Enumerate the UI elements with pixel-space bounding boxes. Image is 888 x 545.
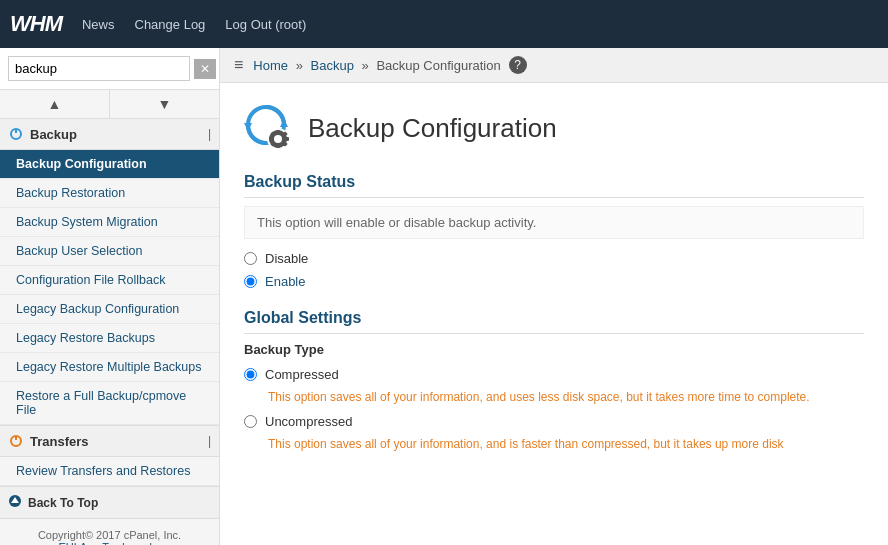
backup-status-enable: Enable — [244, 274, 864, 289]
backup-status-enable-radio[interactable] — [244, 275, 257, 288]
power-icon — [8, 126, 24, 142]
nav-arrows: ▲ ▼ — [0, 90, 219, 119]
backup-status-disable: Disable — [244, 251, 864, 266]
nav-news[interactable]: News — [82, 17, 115, 32]
sidebar-transfers-toggle[interactable]: | — [208, 434, 211, 448]
backup-type-compressed-label: Compressed — [265, 367, 339, 382]
sidebar-item-restore-full-backup[interactable]: Restore a Full Backup/cpmove File — [0, 382, 219, 425]
backup-type-compressed: Compressed — [244, 367, 864, 382]
backup-type-uncompressed-label: Uncompressed — [265, 414, 352, 429]
page-title-row: Backup Configuration — [244, 103, 864, 153]
backup-type-uncompressed-radio[interactable] — [244, 415, 257, 428]
search-input[interactable] — [8, 56, 190, 81]
backup-status-heading: Backup Status — [244, 173, 864, 198]
sidebar-item-legacy-restore-multiple[interactable]: Legacy Restore Multiple Backups — [0, 353, 219, 382]
search-clear-button[interactable]: ✕ — [194, 59, 216, 79]
sidebar-item-legacy-backup-config[interactable]: Legacy Backup Configuration — [0, 295, 219, 324]
global-settings-section: Global Settings Backup Type Compressed T… — [244, 309, 864, 451]
breadcrumb: Home » Backup » Backup Configuration — [253, 58, 500, 73]
footer-trademarks-link[interactable]: Trademarks — [102, 541, 160, 545]
backup-status-disable-label: Disable — [265, 251, 308, 266]
sidebar: ✕ ▲ ▼ Backup | Backup Configuration Back… — [0, 48, 220, 545]
content-scroll: Backup Configuration Backup Status This … — [220, 83, 888, 545]
sidebar-backup-label: Backup — [30, 127, 208, 142]
sidebar-transfers-items: Review Transfers and Restores — [0, 457, 219, 486]
svg-marker-8 — [244, 123, 252, 131]
footer-eula-link[interactable]: EULA — [58, 541, 87, 545]
sidebar-item-backup-user-selection[interactable]: Backup User Selection — [0, 237, 219, 266]
menu-icon[interactable]: ≡ — [234, 56, 243, 74]
sidebar-section-transfers[interactable]: Transfers | — [0, 425, 219, 457]
backup-status-info: This option will enable or disable backu… — [244, 206, 864, 239]
sidebar-section-backup[interactable]: Backup | — [0, 119, 219, 150]
sidebar-backup-items: Backup Configuration Backup Restoration … — [0, 150, 219, 425]
backup-status-disable-radio[interactable] — [244, 252, 257, 265]
back-to-top-icon — [8, 494, 22, 511]
transfers-icon — [8, 433, 24, 449]
footer-copyright: Copyright© 2017 cPanel, Inc. — [10, 529, 209, 541]
nav-changelog[interactable]: Change Log — [135, 17, 206, 32]
page-title: Backup Configuration — [308, 113, 557, 144]
backup-type-compressed-desc: This option saves all of your informatio… — [268, 390, 864, 404]
svg-point-11 — [274, 135, 282, 143]
nav-down-button[interactable]: ▼ — [110, 90, 219, 118]
sidebar-item-backup-restoration[interactable]: Backup Restoration — [0, 179, 219, 208]
svg-rect-13 — [276, 144, 280, 148]
backup-type-uncompressed-desc: This option saves all of your informatio… — [268, 437, 864, 451]
sidebar-item-backup-configuration[interactable]: Backup Configuration — [0, 150, 219, 179]
svg-marker-7 — [280, 119, 288, 127]
breadcrumb-bar: ≡ Home » Backup » Backup Configuration ? — [220, 48, 888, 83]
sidebar-item-configuration-rollback[interactable]: Configuration File Rollback — [0, 266, 219, 295]
backup-type-label: Backup Type — [244, 342, 864, 357]
backup-config-icon — [244, 103, 294, 153]
breadcrumb-home[interactable]: Home — [253, 58, 288, 73]
backup-type-section: Backup Type Compressed This option saves… — [244, 342, 864, 451]
back-to-top[interactable]: Back To Top — [0, 486, 219, 518]
svg-rect-12 — [276, 130, 280, 134]
sidebar-item-legacy-restore-backups[interactable]: Legacy Restore Backups — [0, 324, 219, 353]
search-bar: ✕ — [0, 48, 219, 90]
back-to-top-label: Back To Top — [28, 496, 98, 510]
footer-links: EULA Trademarks — [10, 541, 209, 545]
sidebar-backup-toggle[interactable]: | — [208, 127, 211, 141]
breadcrumb-current: Backup Configuration — [376, 58, 500, 73]
backup-status-section: Backup Status This option will enable or… — [244, 173, 864, 289]
breadcrumb-sep-1: » — [296, 58, 303, 73]
nav-logout[interactable]: Log Out (root) — [225, 17, 306, 32]
global-settings-heading: Global Settings — [244, 309, 864, 334]
sidebar-item-review-transfers[interactable]: Review Transfers and Restores — [0, 457, 219, 486]
backup-type-compressed-radio[interactable] — [244, 368, 257, 381]
nav-up-button[interactable]: ▲ — [0, 90, 110, 118]
help-icon[interactable]: ? — [509, 56, 527, 74]
main-layout: ✕ ▲ ▼ Backup | Backup Configuration Back… — [0, 48, 888, 545]
backup-status-options: Disable Enable — [244, 251, 864, 289]
breadcrumb-sep-2: » — [362, 58, 369, 73]
logo: WHM — [10, 11, 62, 37]
svg-rect-14 — [269, 137, 273, 141]
breadcrumb-backup[interactable]: Backup — [311, 58, 354, 73]
svg-rect-15 — [285, 137, 289, 141]
backup-status-enable-label: Enable — [265, 274, 305, 289]
sidebar-footer: Copyright© 2017 cPanel, Inc. EULA Tradem… — [0, 518, 219, 545]
backup-type-uncompressed: Uncompressed — [244, 414, 864, 429]
sidebar-transfers-label: Transfers — [30, 434, 208, 449]
sidebar-item-backup-system-migration[interactable]: Backup System Migration — [0, 208, 219, 237]
content-area: ≡ Home » Backup » Backup Configuration ? — [220, 48, 888, 545]
top-nav: WHM News Change Log Log Out (root) — [0, 0, 888, 48]
